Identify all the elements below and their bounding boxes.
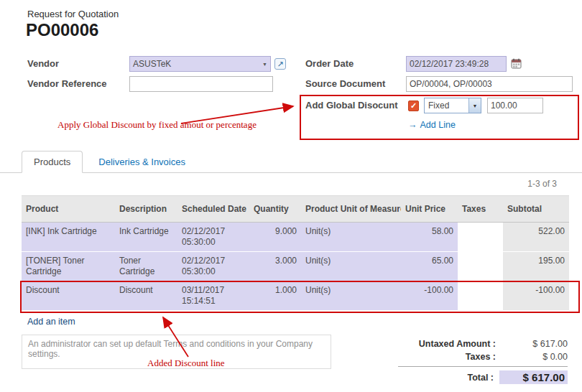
document-type-label: Request for Quotation — [27, 9, 119, 19]
cell-scheduled-date[interactable]: 03/11/2017 15:14:51 — [177, 281, 249, 311]
chevron-down-icon[interactable]: ▼ — [468, 98, 481, 113]
tab-deliveries-invoices[interactable]: Deliveries & Invoices — [87, 151, 197, 172]
global-discount-label: Add Global Disocunt — [305, 98, 398, 113]
cell-product[interactable]: [TONER] Toner Cartridge — [22, 252, 115, 281]
untaxed-amount-row: Untaxed Amount : $ 617.00 — [398, 337, 568, 350]
cell-subtotal: 522.00 — [503, 223, 569, 252]
cell-taxes[interactable] — [458, 252, 503, 281]
col-header-scheduled-date[interactable]: Scheduled Date — [177, 196, 249, 223]
col-header-unit-price[interactable]: Unit Price — [401, 196, 458, 223]
taxes-value: $ 0.00 — [496, 352, 568, 362]
cell-scheduled-date[interactable]: 02/12/2017 05:30:00 — [177, 252, 249, 281]
notebook-tabs: Products Deliveries & Invoices — [0, 151, 582, 173]
untaxed-amount-label: Untaxed Amount : — [419, 339, 496, 349]
tab-products[interactable]: Products — [22, 151, 83, 173]
rfq-form-page: Request for Quotation PO00006 Vendor ASU… — [0, 0, 582, 392]
taxes-row: Taxes : $ 0.00 — [398, 350, 568, 363]
page-title: PO00006 — [26, 20, 98, 40]
vendor-reference-label: Vendor Reference — [27, 76, 107, 92]
global-discount-checkbox[interactable]: ✓ — [408, 101, 419, 111]
vendor-label: Vendor — [27, 56, 59, 72]
discount-type-value: Fixed — [428, 101, 449, 111]
total-value: $ 617.00 — [499, 370, 568, 384]
checkmark-icon: ✓ — [410, 101, 417, 110]
external-link-icon[interactable]: ↗ — [274, 58, 286, 70]
cell-taxes[interactable] — [458, 281, 503, 311]
add-line-label: Add Line — [420, 120, 456, 130]
cell-unit-price[interactable]: 58.00 — [401, 223, 458, 252]
cell-taxes[interactable] — [458, 223, 503, 252]
vendor-select[interactable]: ASUSTeK ▼ — [129, 56, 271, 72]
cell-uom[interactable]: Unit(s) — [301, 281, 401, 311]
cell-subtotal: 195.00 — [503, 252, 569, 281]
add-line-link[interactable]: →Add Line — [408, 120, 456, 130]
cell-scheduled-date[interactable]: 02/12/2017 05:30:00 — [177, 223, 249, 252]
total-row: Total : $ 617.00 — [398, 366, 568, 386]
order-date-value: 02/12/2017 23:49:28 — [410, 59, 489, 69]
source-document-label: Source Document — [305, 76, 385, 92]
order-date-field[interactable]: 02/12/2017 23:49:28 — [406, 56, 507, 72]
order-date-label: Order Date — [305, 56, 354, 72]
cell-quantity[interactable]: 9.000 — [249, 223, 301, 252]
col-header-uom[interactable]: Product Unit of Measure — [301, 196, 401, 223]
untaxed-amount-value: $ 617.00 — [496, 339, 568, 349]
list-pager[interactable]: 1-3 of 3 — [527, 179, 557, 189]
taxes-label: Taxes : — [466, 352, 496, 362]
col-header-taxes[interactable]: Taxes — [458, 196, 503, 223]
cell-unit-price[interactable]: 65.00 — [401, 252, 458, 281]
col-header-quantity[interactable]: Quantity — [249, 196, 301, 223]
cell-description[interactable]: Discount — [115, 281, 177, 311]
terms-conditions-area[interactable]: An administrator can set up default Term… — [22, 335, 331, 369]
table-row[interactable]: [TONER] Toner Cartridge Toner Cartridge … — [22, 252, 569, 281]
table-header-row: Product Description Scheduled Date Quant… — [22, 196, 569, 223]
vendor-value: ASUSTeK — [133, 59, 171, 69]
calendar-icon[interactable] — [511, 58, 522, 69]
cell-unit-price[interactable]: -100.00 — [401, 281, 458, 311]
vendor-reference-input[interactable] — [129, 76, 273, 92]
discount-amount-input[interactable] — [487, 98, 543, 113]
annotation-discount-note: Apply Global Discount by fixed amout or … — [57, 119, 257, 131]
col-header-product[interactable]: Product — [22, 196, 115, 223]
cell-subtotal: -100.00 — [503, 281, 569, 311]
cell-quantity[interactable]: 3.000 — [249, 252, 301, 281]
cell-uom[interactable]: Unit(s) — [301, 252, 401, 281]
cell-description[interactable]: Ink Cartridge — [115, 223, 177, 252]
cell-description[interactable]: Toner Cartridge — [115, 252, 177, 281]
cell-product[interactable]: [INK] Ink Cartridge — [22, 223, 115, 252]
arrow-right-icon: → — [408, 120, 417, 130]
table-row[interactable]: [INK] Ink Cartridge Ink Cartridge 02/12/… — [22, 223, 569, 252]
cell-quantity[interactable]: 1.000 — [249, 281, 301, 311]
col-header-description[interactable]: Description — [115, 196, 177, 223]
table-row-discount[interactable]: Discount Discount 03/11/2017 15:14:51 1.… — [22, 281, 569, 311]
col-header-subtotal[interactable]: Subtotal — [503, 196, 569, 223]
chevron-down-icon[interactable]: ▼ — [262, 62, 267, 67]
source-document-input[interactable] — [406, 76, 573, 92]
total-label: Total : — [467, 373, 494, 383]
add-an-item-link[interactable]: Add an item — [27, 317, 75, 327]
order-lines-table: Product Description Scheduled Date Quant… — [22, 195, 569, 311]
discount-type-select[interactable]: Fixed ▼ — [424, 98, 481, 113]
cell-uom[interactable]: Unit(s) — [301, 223, 401, 252]
totals-block: Untaxed Amount : $ 617.00 Taxes : $ 0.00… — [398, 337, 568, 386]
cell-product[interactable]: Discount — [22, 281, 115, 311]
